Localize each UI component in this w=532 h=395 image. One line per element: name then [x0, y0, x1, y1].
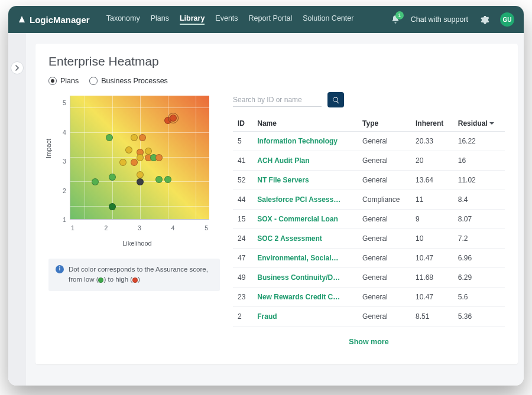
chat-support-link[interactable]: Chat with support	[411, 15, 468, 24]
radio-plans[interactable]: Plans	[48, 77, 79, 85]
cell-residual: 8.4	[453, 190, 505, 210]
cell-name[interactable]: Business Continuity/D…	[252, 268, 358, 288]
col-type[interactable]: Type	[358, 116, 411, 132]
nav-events[interactable]: Events	[215, 14, 238, 25]
col-id[interactable]: ID	[233, 116, 252, 132]
chart-dot[interactable]	[125, 146, 132, 154]
left-rail	[8, 33, 26, 386]
cell-name[interactable]: Salesforce PCI Assess…	[252, 190, 358, 210]
nav-taxonomy[interactable]: Taxonomy	[106, 14, 140, 25]
cell-name[interactable]: New Rewards Credit C…	[252, 288, 358, 307]
view-toggle: Plans Business Processes	[48, 77, 505, 85]
cell-type: General	[358, 249, 411, 268]
table-row: 44Salesforce PCI Assess…Compliance118.4	[233, 190, 505, 210]
radio-business-processes[interactable]: Business Processes	[89, 77, 168, 85]
chart-dot[interactable]	[164, 176, 171, 183]
cell-id: 47	[233, 249, 252, 268]
chart-dot[interactable]	[119, 159, 126, 166]
chart-dot[interactable]	[131, 134, 138, 141]
show-more-link[interactable]: Show more	[349, 338, 388, 346]
cell-residual: 16.22	[453, 132, 505, 151]
table-row: 15SOX - Commercial LoanGeneral98.07	[233, 210, 505, 229]
chevron-right-icon	[14, 65, 20, 71]
notifications-button[interactable]: 1	[391, 15, 400, 24]
cell-name[interactable]: Information Technology	[252, 132, 358, 151]
y-axis-label: Impact	[45, 139, 52, 158]
expand-sidebar-button[interactable]	[11, 61, 24, 74]
chart-dot[interactable]	[109, 174, 116, 181]
chart-dot[interactable]	[92, 178, 99, 185]
cell-type: General	[358, 132, 411, 151]
cell-id: 52	[233, 171, 252, 190]
col-inherent[interactable]: Inherent	[411, 116, 453, 132]
chart-dot[interactable]	[170, 115, 177, 122]
col-residual[interactable]: Residual	[453, 116, 505, 132]
nav-plans[interactable]: Plans	[151, 14, 169, 25]
cell-inherent: 10.47	[411, 249, 453, 268]
cell-id: 2	[233, 307, 252, 327]
search-button[interactable]	[327, 92, 344, 107]
info-icon: i	[56, 265, 64, 273]
cell-id: 49	[233, 268, 252, 288]
table-row: 52NT File ServersGeneral13.6411.02	[233, 171, 505, 190]
table-row: 47Environmental, Social…General10.476.96	[233, 249, 505, 268]
cell-type: General	[358, 268, 411, 288]
legend-text-b: ) to high (	[103, 276, 132, 283]
cell-type: Compliance	[358, 190, 411, 210]
chart-dot[interactable]	[106, 134, 113, 141]
chart-dot[interactable]	[145, 148, 152, 155]
cell-id: 44	[233, 190, 252, 210]
chart-dot[interactable]	[137, 171, 144, 178]
chart-dot[interactable]	[155, 154, 163, 161]
avatar[interactable]: GU	[500, 12, 514, 27]
cell-residual: 5.36	[453, 307, 505, 327]
main-nav: TaxonomyPlansLibraryEventsReport PortalS…	[106, 14, 354, 25]
main-panel: Enterprise Heatmap Plans Business Proces…	[35, 44, 518, 364]
cell-residual: 5.6	[453, 288, 505, 307]
cell-name[interactable]: NT File Servers	[252, 171, 358, 190]
cell-residual: 16	[453, 151, 505, 171]
table-row: 41ACH Audit PlanGeneral2016	[233, 151, 505, 171]
cell-id: 15	[233, 210, 252, 229]
cell-name[interactable]: SOX - Commercial Loan	[252, 210, 358, 229]
cell-type: General	[358, 151, 411, 171]
cell-inherent: 11.68	[411, 268, 453, 288]
brand-name: LogicManager	[30, 15, 90, 25]
chart-dot[interactable]	[155, 176, 163, 183]
settings-button[interactable]	[479, 14, 489, 25]
nav-solution-center[interactable]: Solution Center	[303, 14, 353, 25]
cell-inherent: 9	[411, 210, 453, 229]
chart-dot[interactable]	[139, 134, 146, 141]
chart-dot[interactable]	[137, 154, 144, 161]
chart-dot[interactable]	[137, 178, 144, 185]
workspace: Enterprise Heatmap Plans Business Proces…	[8, 33, 524, 386]
cell-type: General	[358, 288, 411, 307]
notification-badge: 1	[395, 11, 404, 19]
high-swatch	[132, 278, 138, 283]
plot-area[interactable]	[70, 96, 209, 220]
radio-plans-label: Plans	[60, 77, 79, 85]
cell-inherent: 13.64	[411, 171, 453, 190]
cell-type: General	[358, 229, 411, 249]
app-window: LogicManager TaxonomyPlansLibraryEventsR…	[8, 6, 524, 386]
radio-dot-icon	[89, 77, 98, 85]
x-axis-label: Likelihood	[122, 240, 152, 247]
col-name[interactable]: Name	[252, 116, 358, 132]
brand-icon	[18, 15, 26, 24]
cell-name[interactable]: ACH Audit Plan	[252, 151, 358, 171]
cell-name[interactable]: Environmental, Social…	[252, 249, 358, 268]
chart-dot[interactable]	[109, 203, 116, 210]
cell-inherent: 8.51	[411, 307, 453, 327]
cell-residual: 8.07	[453, 210, 505, 229]
cell-name[interactable]: Fraud	[252, 307, 358, 327]
nav-library[interactable]: Library	[180, 14, 205, 25]
table-row: 24SOC 2 AssessmentGeneral107.2	[233, 229, 505, 249]
cell-residual: 6.96	[453, 249, 505, 268]
search-input[interactable]	[233, 93, 322, 107]
cell-id: 24	[233, 229, 252, 249]
cell-name[interactable]: SOC 2 Assessment	[252, 229, 358, 249]
page-title: Enterprise Heatmap	[48, 54, 505, 68]
table-row: 2FraudGeneral8.515.36	[233, 307, 505, 327]
nav-report-portal[interactable]: Report Portal	[249, 14, 293, 25]
topbar: LogicManager TaxonomyPlansLibraryEventsR…	[8, 6, 524, 33]
